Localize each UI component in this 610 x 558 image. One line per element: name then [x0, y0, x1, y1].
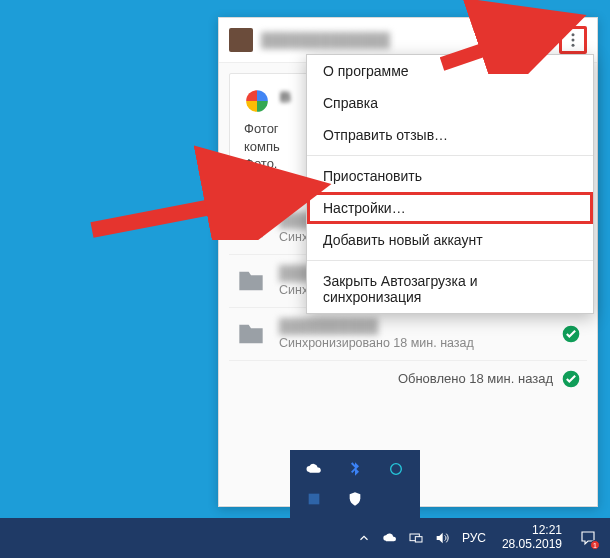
app-tray-icon[interactable]	[377, 456, 414, 482]
svg-point-1	[572, 39, 575, 42]
drive-icon[interactable]	[499, 29, 521, 51]
menu-about[interactable]: О программе	[307, 55, 593, 87]
taskbar-clock[interactable]: 12:21 28.05.2019	[496, 524, 568, 552]
updated-label: Обновлено 18 мин. назад	[398, 371, 553, 386]
account-name: █████████████	[261, 32, 491, 48]
folder-open-icon[interactable]	[529, 29, 551, 51]
avatar[interactable]	[229, 28, 253, 52]
more-menu-button[interactable]	[559, 26, 587, 54]
folder-sync-status: Синхронизировано 18 мин. назад	[279, 336, 549, 350]
svg-point-2	[572, 44, 575, 47]
volume-icon[interactable]	[432, 528, 452, 548]
folder-icon	[235, 214, 267, 242]
updated-row: Обновлено 18 мин. назад	[229, 361, 587, 389]
menu-separator	[307, 155, 593, 156]
taskbar-time: 12:21	[502, 524, 562, 538]
photos-card-title: В	[280, 88, 291, 105]
language-indicator[interactable]: РУС	[458, 531, 490, 545]
menu-exit[interactable]: Закрыть Автозагрузка и синхронизация	[307, 265, 593, 313]
bluetooth-tray-icon[interactable]	[337, 456, 374, 482]
svg-point-0	[572, 33, 575, 36]
onedrive-tray-icon[interactable]	[296, 456, 333, 482]
windows-taskbar: РУС 12:21 28.05.2019 1	[0, 518, 610, 558]
backup-sync-tray-icon[interactable]	[380, 528, 400, 548]
system-tray-popup	[290, 450, 420, 518]
action-center-icon[interactable]: 1	[574, 524, 602, 552]
check-icon	[561, 324, 581, 344]
graphics-tray-icon[interactable]	[296, 486, 333, 512]
menu-pause[interactable]: Приостановить	[307, 160, 593, 192]
notification-badge: 1	[590, 540, 600, 550]
defender-tray-icon[interactable]	[337, 486, 374, 512]
taskbar-date: 28.05.2019	[502, 538, 562, 552]
google-photos-icon	[244, 88, 270, 114]
folder-item[interactable]: ██████████Синхронизировано 18 мин. назад	[229, 308, 587, 361]
menu-feedback[interactable]: Отправить отзыв…	[307, 119, 593, 151]
more-menu: О программе Справка Отправить отзыв… При…	[306, 54, 594, 314]
menu-settings[interactable]: Настройки…	[307, 192, 593, 224]
folder-icon	[235, 267, 267, 295]
svg-point-7	[390, 464, 401, 475]
svg-rect-10	[415, 537, 422, 542]
tray-chevron-up-icon[interactable]	[354, 528, 374, 548]
folder-icon	[235, 320, 267, 348]
svg-rect-8	[309, 494, 320, 505]
menu-help[interactable]: Справка	[307, 87, 593, 119]
check-icon	[561, 369, 581, 389]
empty-tray-slot	[377, 486, 414, 512]
menu-separator	[307, 260, 593, 261]
menu-add-account[interactable]: Добавить новый аккаунт	[307, 224, 593, 256]
network-icon[interactable]	[406, 528, 426, 548]
folder-name: ██████████	[279, 318, 549, 334]
